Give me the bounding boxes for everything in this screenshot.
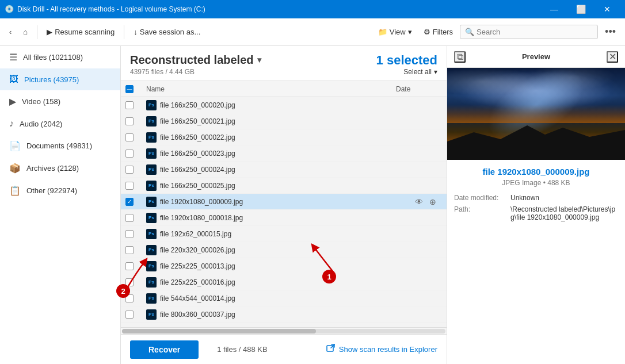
preview-image-container xyxy=(447,68,625,160)
file-name: file 166x250_000024.jpg xyxy=(160,166,396,174)
play-icon: ▶ xyxy=(47,28,52,36)
select-all-chevron: ▾ xyxy=(434,68,437,76)
show-scan-label: Show scan results in Explorer xyxy=(339,345,437,354)
select-all-checkbox[interactable] xyxy=(125,85,134,93)
save-session-button[interactable]: ↓ Save session as... xyxy=(129,25,205,39)
ps-icon: Ps xyxy=(146,116,157,127)
table-row[interactable]: Ps file 166x250_000020.jpg xyxy=(121,97,447,113)
title-dropdown-icon[interactable]: ▾ xyxy=(257,55,261,64)
view-button[interactable]: 📁 View ▾ xyxy=(374,25,417,39)
select-all-row[interactable]: Select all ▾ xyxy=(376,68,437,76)
date-modified-label: Date modified: xyxy=(454,194,506,202)
table-row[interactable]: Ps file 166x250_000025.jpg xyxy=(121,178,447,194)
sidebar-item-video[interactable]: ▶ Video (158) xyxy=(0,90,120,113)
file-name: file 192x62_000015.jpg xyxy=(160,230,396,238)
ps-icon: Ps xyxy=(146,261,157,271)
title-text: Reconstructed labeled xyxy=(130,53,254,67)
file-name: file 166x250_000025.jpg xyxy=(160,182,396,190)
sidebar-item-all-files[interactable]: ☰ All files (1021108) xyxy=(0,46,120,68)
row-checkbox[interactable] xyxy=(125,230,134,238)
row-checkbox[interactable] xyxy=(125,262,134,270)
table-row[interactable]: Ps file 166x250_000023.jpg xyxy=(121,145,447,162)
path-label: Path: xyxy=(454,205,506,221)
row-checkbox[interactable] xyxy=(125,101,134,109)
preview-filename: file 1920x1080_000009.jpg xyxy=(454,167,618,177)
row-checkbox[interactable] xyxy=(125,133,134,141)
sidebar-item-archives[interactable]: 📦 Archives (2128) xyxy=(0,157,120,179)
content-title: Reconstructed labeled ▾ xyxy=(130,53,261,67)
table-row[interactable]: Ps file 166x250_000022.jpg xyxy=(121,129,447,145)
file-name: file 544x544_000014.jpg xyxy=(160,294,396,302)
file-name: file 225x225_000013.jpg xyxy=(160,262,396,270)
main-layout: ☰ All files (1021108) 🖼 Pictures (43975)… xyxy=(0,46,625,364)
recover-button[interactable]: Recover xyxy=(130,340,199,359)
table-row[interactable]: Ps file 1920x1080_000018.jpg xyxy=(121,210,447,226)
table-row[interactable]: Ps file 225x225_000016.jpg xyxy=(121,274,447,290)
header-check-col xyxy=(125,85,146,94)
sidebar-item-label: Documents (49831) xyxy=(26,141,111,150)
toolbar-separator xyxy=(37,25,37,39)
ps-icon: Ps xyxy=(146,197,157,207)
sidebar-item-other[interactable]: 📋 Other (922974) xyxy=(0,179,120,202)
home-button[interactable]: ⌂ xyxy=(18,25,32,39)
audio-icon: ♪ xyxy=(9,118,14,129)
resume-scan-button[interactable]: ▶ Resume scanning xyxy=(42,25,119,39)
copy-preview-button[interactable]: ⧉ xyxy=(454,51,466,63)
row-checkbox[interactable] xyxy=(125,278,134,286)
close-preview-button[interactable]: ✕ xyxy=(607,51,618,63)
sidebar-item-label: All files (1021108) xyxy=(23,53,111,62)
preview-header-left: ⧉ xyxy=(454,51,466,63)
ps-icon: Ps xyxy=(146,181,157,191)
file-name: file 1920x1080_000009.jpg xyxy=(160,198,367,206)
table-row[interactable]: Ps file 220x320_000026.jpg xyxy=(121,242,447,258)
horizontal-scrollbar[interactable] xyxy=(121,327,447,334)
sidebar-item-documents[interactable]: 📄 Documents (49831) xyxy=(0,135,120,157)
table-row[interactable]: Ps file 1920x1080_000009.jpg 👁 ⊕ xyxy=(121,194,447,210)
table-row[interactable]: Ps file 544x544_000014.jpg xyxy=(121,290,447,306)
title-bar-controls: — ⬜ ✕ xyxy=(541,0,620,18)
table-row[interactable]: Ps file 225x225_000013.jpg xyxy=(121,258,447,274)
show-scan-results-link[interactable]: Show scan results in Explorer xyxy=(326,344,437,355)
scroll-track xyxy=(122,329,445,334)
row-checkbox[interactable] xyxy=(125,294,134,302)
header-name-col: Name xyxy=(146,85,396,93)
table-row[interactable]: Ps file 166x250_000024.jpg xyxy=(121,162,447,178)
preview-title: Preview xyxy=(522,52,550,61)
preview-image xyxy=(447,68,625,160)
row-checkbox[interactable] xyxy=(125,117,134,125)
restore-button[interactable]: ⬜ xyxy=(567,0,594,18)
sidebar-item-label: Other (922974) xyxy=(26,186,111,195)
close-button[interactable]: ✕ xyxy=(594,0,620,18)
table-row[interactable]: Ps file 166x250_000021.jpg xyxy=(121,113,447,129)
back-button[interactable]: ‹ xyxy=(5,25,16,39)
ps-icon: Ps xyxy=(146,100,157,110)
app-icon: 💿 xyxy=(5,5,14,14)
file-name: file 166x250_000021.jpg xyxy=(160,117,396,125)
search-box[interactable]: 🔍 xyxy=(460,25,598,39)
table-row[interactable]: Ps file 192x62_000015.jpg xyxy=(121,226,447,242)
row-checkbox[interactable] xyxy=(125,150,134,158)
folder-icon: 📁 xyxy=(378,28,387,36)
bottom-bar: Recover 1 files / 488 KB Show scan resul… xyxy=(121,334,447,364)
row-checkbox[interactable] xyxy=(125,214,134,222)
content-area: Reconstructed labeled ▾ 43975 files / 4.… xyxy=(121,46,447,364)
row-checkbox[interactable] xyxy=(125,246,134,254)
ps-icon: Ps xyxy=(146,213,157,223)
row-checkbox[interactable] xyxy=(125,311,134,319)
filters-button[interactable]: ⚙ Filters xyxy=(419,25,458,39)
more-options-button[interactable]: ••• xyxy=(600,24,620,40)
preview-action-icon[interactable]: 👁 xyxy=(413,196,425,208)
info-action-icon[interactable]: ⊕ xyxy=(427,196,439,208)
table-row[interactable]: Ps file 800x360_000037.jpg xyxy=(121,306,447,323)
preview-metadata: Date modified: Unknown Path: \Reconstruc… xyxy=(454,194,618,221)
row-actions: 👁 ⊕ xyxy=(413,196,442,208)
row-checkbox[interactable] xyxy=(125,182,134,190)
row-checkbox[interactable] xyxy=(125,166,134,174)
sidebar-item-pictures[interactable]: 🖼 Pictures (43975) xyxy=(0,68,120,90)
sidebar-item-audio[interactable]: ♪ Audio (2042) xyxy=(0,113,120,135)
content-header: Reconstructed labeled ▾ 43975 files / 4.… xyxy=(121,46,447,81)
row-checkbox[interactable] xyxy=(125,198,134,206)
search-input[interactable] xyxy=(477,28,593,36)
minimize-button[interactable]: — xyxy=(541,0,567,18)
header-date-col: Date xyxy=(396,85,442,93)
